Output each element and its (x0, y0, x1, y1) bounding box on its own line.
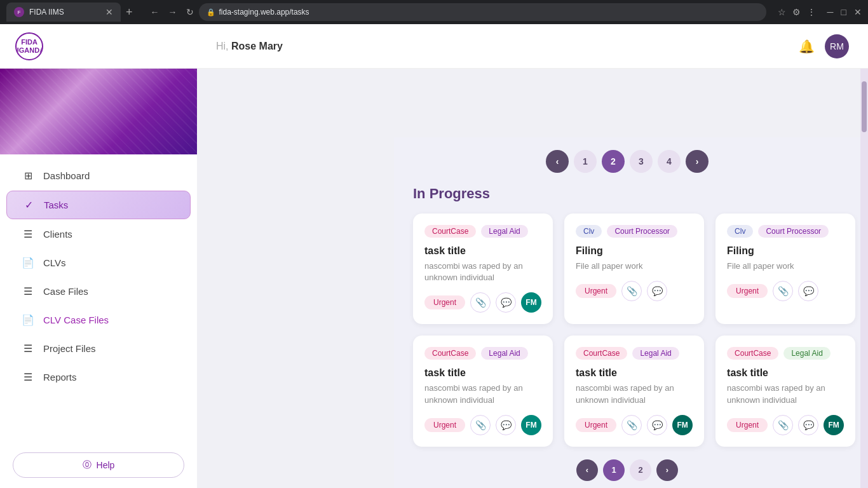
logo-area: FIDAUGANDA (0, 24, 197, 69)
task-card: CourtCase Legal Aid task title nascombi … (413, 336, 553, 446)
task-card: CourtCase Legal Aid task title nascombi … (715, 336, 855, 446)
comment-button[interactable]: 💬 (647, 281, 667, 301)
clv-case-files-icon: 📄 (22, 314, 34, 326)
sidebar-item-clv-case-files[interactable]: 📄 CLV Case Files (6, 306, 191, 334)
card-description: nascombi was raped by an unknown individ… (727, 383, 844, 405)
card-avatar: FM (521, 415, 541, 435)
forward-button[interactable]: → (168, 7, 177, 17)
tab-close-button[interactable]: ✕ (105, 7, 113, 17)
comment-button[interactable]: 💬 (496, 292, 516, 313)
sidebar-item-tasks[interactable]: ✓ Tasks (6, 191, 191, 219)
pagination-prev-button[interactable]: ‹ (546, 150, 569, 173)
help-icon: ⓪ (83, 459, 92, 471)
sidebar-item-dashboard[interactable]: ⊞ Dashboard (6, 162, 191, 189)
card-footer: Urgent 📎 💬 (576, 281, 693, 301)
close-button[interactable]: ✕ (854, 7, 862, 17)
urgent-badge: Urgent (424, 295, 465, 309)
sidebar-item-clvs[interactable]: 📄 CLVs (6, 249, 191, 276)
comment-button[interactable]: 💬 (798, 281, 818, 301)
card-tags: CourtCase Legal Aid (727, 347, 844, 360)
urgent-badge: Urgent (727, 418, 768, 432)
extensions-icon[interactable]: ⚙ (792, 7, 801, 17)
tag-court-case: CourtCase (576, 347, 627, 360)
tag-legal-aid: Legal Aid (632, 347, 679, 360)
comment-button[interactable]: 💬 (496, 415, 516, 435)
reload-button[interactable]: ↻ (186, 7, 194, 17)
card-title: task title (727, 367, 844, 379)
urgent-badge: Urgent (576, 418, 616, 432)
help-button[interactable]: ⓪ Help (13, 452, 184, 478)
card-avatar: FM (672, 415, 693, 435)
tag-legal-aid: Legal Aid (481, 225, 527, 238)
attachment-button[interactable]: 📎 (470, 415, 491, 435)
sidebar-item-label: Dashboard (43, 170, 90, 181)
urgent-badge: Urgent (727, 284, 768, 298)
card-footer: Urgent 📎 💬 FM (424, 292, 541, 313)
card-tags: CourtCase Legal Aid (424, 347, 541, 360)
comment-button[interactable]: 💬 (798, 415, 818, 435)
notification-button[interactable]: 🔔 (799, 39, 815, 54)
comment-button[interactable]: 💬 (647, 415, 667, 435)
sidebar-banner-image (0, 69, 197, 154)
app-header: Hi, Rose Mary 🔔 RM (197, 24, 868, 69)
sidebar-nav: ⊞ Dashboard ✓ Tasks ☰ Clients 📄 CLVs ☰ C… (0, 154, 197, 442)
pagination-page-1[interactable]: 1 (574, 150, 597, 173)
project-files-icon: ☰ (22, 342, 34, 355)
card-title: task title (424, 367, 541, 379)
task-card: Clv Court Processor Filing File all pape… (715, 214, 855, 324)
reports-icon: ☰ (22, 371, 34, 383)
sidebar-item-project-files[interactable]: ☰ Project Files (6, 335, 191, 362)
task-card: Clv Court Processor Filing File all pape… (564, 214, 704, 324)
card-description: File all paper work (727, 261, 844, 272)
tag-court-case: CourtCase (424, 225, 476, 238)
card-title: task title (576, 367, 693, 379)
bottom-pagination-page-1[interactable]: 1 (603, 459, 625, 481)
menu-icon[interactable]: ⋮ (807, 7, 816, 17)
sidebar-item-label: Tasks (44, 200, 68, 210)
scrollbar-track[interactable] (860, 69, 868, 488)
sidebar-footer: ⓪ Help (0, 442, 197, 488)
browser-tab[interactable]: F FIDA IIMS ✕ (6, 3, 121, 22)
urgent-badge: Urgent (576, 284, 616, 298)
sidebar-item-label: Reports (43, 372, 77, 383)
clvs-icon: 📄 (22, 257, 34, 269)
scrollbar-thumb[interactable] (862, 81, 867, 132)
maximize-button[interactable]: □ (841, 7, 846, 17)
card-footer: Urgent 📎 💬 FM (576, 415, 693, 435)
attachment-button[interactable]: 📎 (621, 415, 642, 435)
user-avatar[interactable]: RM (825, 34, 849, 58)
sidebar-item-clients[interactable]: ☰ Clients (6, 220, 191, 248)
attachment-button[interactable]: 📎 (773, 281, 793, 301)
card-tags: Clv Court Processor (727, 225, 844, 238)
bottom-pagination-prev[interactable]: ‹ (576, 459, 598, 481)
attachment-button[interactable]: 📎 (470, 292, 491, 313)
browser-actions: ☆ ⚙ ⋮ (778, 7, 816, 17)
back-button[interactable]: ← (151, 7, 159, 17)
greeting-text: Hi, Rose Mary (216, 41, 283, 52)
tag-legal-aid-green: Legal Aid (783, 347, 830, 360)
card-footer: Urgent 📎 💬 (727, 281, 844, 301)
top-pagination: ‹ 1 2 3 4 › (413, 150, 841, 173)
sidebar-item-label: Case Files (43, 286, 88, 297)
pagination-page-2[interactable]: 2 (602, 150, 625, 173)
url-text: fida-staging.web.app/tasks (219, 8, 309, 17)
clients-icon: ☰ (22, 228, 34, 240)
pagination-page-3[interactable]: 3 (630, 150, 653, 173)
card-tags: Clv Court Processor (576, 225, 693, 238)
bottom-pagination-next[interactable]: › (656, 459, 678, 481)
sidebar-item-case-files[interactable]: ☰ Case Files (6, 278, 191, 305)
pagination-next-button[interactable]: › (686, 150, 709, 173)
address-bar[interactable]: 🔒 fida-staging.web.app/tasks (199, 3, 766, 21)
bookmark-icon[interactable]: ☆ (778, 7, 786, 17)
pagination-page-4[interactable]: 4 (658, 150, 681, 173)
attachment-button[interactable]: 📎 (621, 281, 642, 301)
sidebar-item-reports[interactable]: ☰ Reports (6, 363, 191, 391)
new-tab-button[interactable]: + (126, 6, 133, 19)
sidebar-item-label: CLVs (43, 257, 66, 268)
bottom-pagination-page-2[interactable]: 2 (630, 459, 651, 481)
card-title: task title (424, 245, 541, 257)
sidebar-banner (0, 69, 197, 154)
attachment-button[interactable]: 📎 (773, 415, 793, 435)
sidebar: ⊞ Dashboard ✓ Tasks ☰ Clients 📄 CLVs ☰ C… (0, 69, 197, 488)
minimize-button[interactable]: ─ (827, 7, 834, 17)
